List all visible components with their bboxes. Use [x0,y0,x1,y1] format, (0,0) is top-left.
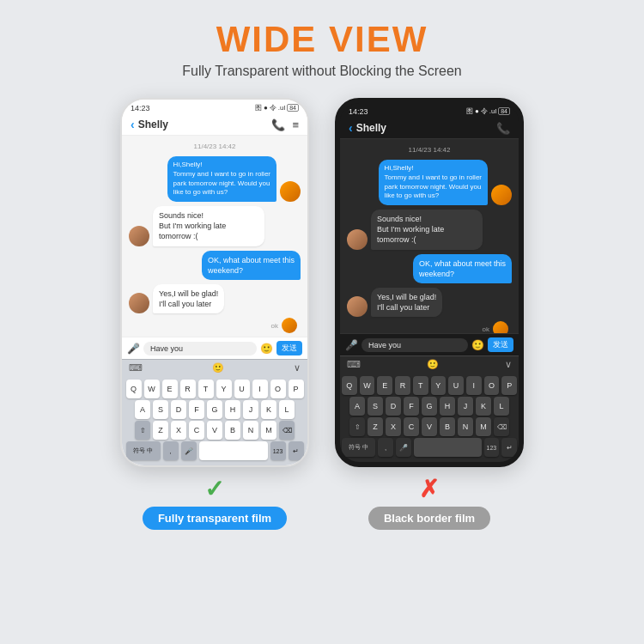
key-G-left[interactable]: G [207,400,222,419]
key-enter-left[interactable]: ↵ [289,441,304,460]
kb-row2-left: A S D F G H J K L [124,400,306,419]
key-Q-right[interactable]: Q [342,376,357,395]
key-shift-right[interactable]: ⇧ [349,417,365,436]
key-E-right[interactable]: E [377,376,392,395]
page-subtitle: Fully Transparent without Blocking the S… [182,64,462,79]
ok-text-left: ok [271,322,278,330]
key-J-right[interactable]: J [458,397,473,416]
kb-icon2-right[interactable]: 🙂 [427,359,439,370]
send-btn-left[interactable]: 发送 [276,341,302,355]
key-space-right[interactable] [414,438,482,457]
key-comma-right[interactable]: , [378,438,393,457]
key-U-left[interactable]: U [234,380,250,398]
key-enter-right[interactable]: ↵ [501,438,517,457]
chat-header-icons-right: 📞 [496,122,510,135]
key-P-left[interactable]: P [289,380,304,398]
key-X-right[interactable]: X [386,417,401,436]
key-N-right[interactable]: N [458,417,473,436]
key-T-left[interactable]: T [198,380,214,398]
key-shift-left[interactable]: ⇧ [135,421,150,440]
key-C-right[interactable]: C [404,417,419,436]
key-R-left[interactable]: R [180,380,196,398]
key-Y-right[interactable]: Y [431,376,447,395]
key-del-right[interactable]: ⌫ [494,417,509,436]
key-M-left[interactable]: M [261,421,276,440]
key-V-left[interactable]: V [207,421,222,440]
key-U-right[interactable]: U [448,376,464,395]
mic-icon-left[interactable]: 🎤 [127,343,140,355]
key-X-left[interactable]: X [171,421,186,440]
kb-icon3-left[interactable]: ∨ [294,362,301,374]
key-E-left[interactable]: E [162,380,178,398]
kb-row1-left: Q W E R T Y U I O P [124,380,306,398]
key-D-left[interactable]: D [171,400,186,419]
contact-name-left: Shelly [138,118,168,131]
key-cn-right[interactable]: 符号 中 [342,438,375,457]
phone-left: 14:23 图●令.ul84 ‹ Shelly 📞 ≡ [120,98,309,467]
input-field-right[interactable]: Have you [361,338,468,352]
key-123-right[interactable]: 123 [484,438,500,457]
key-mic2-right[interactable]: 🎤 [396,438,411,457]
mic-icon-right[interactable]: 🎤 [345,339,358,351]
msg-recv-2-left: Yes,I will be glad!I'll call you later [129,284,301,313]
key-L-left[interactable]: L [279,400,295,419]
back-arrow-left[interactable]: ‹ [131,118,135,131]
key-del-left[interactable]: ⌫ [279,421,295,440]
key-Z-right[interactable]: Z [368,417,383,436]
emoji-icon-right[interactable]: 🙂 [471,339,484,351]
key-W-left[interactable]: W [144,380,160,398]
key-cn-left[interactable]: 符号 中 [126,441,161,460]
key-M-right[interactable]: M [476,417,491,436]
phone-icon-right[interactable]: 📞 [496,122,510,135]
key-comma-left[interactable]: , [163,441,179,460]
key-H-right[interactable]: H [440,397,455,416]
key-F-left[interactable]: F [189,400,204,419]
key-T-right[interactable]: T [413,376,428,395]
key-O-left[interactable]: O [270,380,286,398]
menu-icon-left[interactable]: ≡ [292,118,299,131]
key-123-left[interactable]: 123 [270,441,286,460]
key-S-left[interactable]: S [153,400,168,419]
key-C-left[interactable]: C [189,421,204,440]
key-W-right[interactable]: W [360,376,375,395]
bubble-sent-2-right: OK, what about meet thisweekend? [413,254,512,283]
emoji-icon-left[interactable]: 🙂 [260,343,273,355]
key-L-right[interactable]: L [494,397,509,416]
key-G-right[interactable]: G [422,397,437,416]
key-Y-left[interactable]: Y [216,380,232,398]
status-bar-left: 14:23 图●令.ul84 [122,100,307,114]
key-A-left[interactable]: A [135,400,150,419]
key-D-right[interactable]: D [386,397,401,416]
date-label-right: 11/4/23 14:42 [347,146,512,154]
kb-icon2-left[interactable]: 🙂 [212,362,224,374]
key-N-left[interactable]: N [243,421,258,440]
send-btn-right[interactable]: 发送 [488,337,513,352]
key-A-right[interactable]: A [349,397,365,416]
chat-header-right: ‹ Shelly 📞 [340,118,519,139]
key-F-right[interactable]: F [404,397,419,416]
key-B-right[interactable]: B [440,417,455,436]
key-R-right[interactable]: R [395,376,410,395]
input-field-left[interactable]: Have you [143,342,257,355]
key-I-right[interactable]: I [466,376,482,395]
key-H-left[interactable]: H [225,400,240,419]
phone-icon-left[interactable]: 📞 [271,118,285,131]
kb-icon3-right[interactable]: ∨ [505,359,512,370]
key-S-right[interactable]: S [368,397,383,416]
kb-icon1-left[interactable]: ⌨ [129,362,143,374]
key-V-right[interactable]: V [422,417,437,436]
key-O-right[interactable]: O [484,376,500,395]
key-Z-left[interactable]: Z [153,421,168,440]
bottom-left: ✓ Fully transparent film [143,477,287,530]
key-I-left[interactable]: I [252,380,268,398]
key-Q-left[interactable]: Q [126,380,142,398]
kb-icon1-right[interactable]: ⌨ [347,359,361,370]
key-mic2-left[interactable]: 🎤 [181,441,197,460]
key-J-left[interactable]: J [243,400,258,419]
key-K-left[interactable]: K [261,400,276,419]
key-B-left[interactable]: B [225,421,240,440]
key-P-right[interactable]: P [501,376,517,395]
key-space-left[interactable] [199,441,268,460]
key-K-right[interactable]: K [476,397,491,416]
back-arrow-right[interactable]: ‹ [349,121,353,135]
